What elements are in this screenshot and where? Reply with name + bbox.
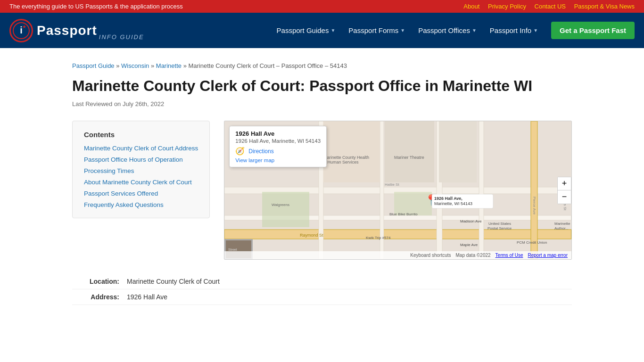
map-keyboard-shortcuts: Keyboard shortcuts: [410, 253, 451, 258]
logo-link[interactable]: i ★ Passport INFO GUIDE: [9, 19, 144, 42]
top-bar: The everything guide to US Passports & t…: [0, 0, 644, 13]
nav-item-forms[interactable]: Passport Forms ▼: [343, 23, 411, 38]
svg-text:& Human Services: & Human Services: [323, 160, 359, 165]
toc-link-address[interactable]: Marinette County Clerk of Court Address: [84, 145, 198, 152]
svg-text:Raymond St: Raymond St: [300, 233, 323, 238]
last-reviewed: Last Reviewed on July 26th, 2022: [72, 100, 572, 107]
svg-rect-16: [262, 192, 309, 227]
map-zoom-controls: + −: [557, 177, 571, 204]
logo-sub-text: INFO GUIDE: [99, 33, 144, 41]
page-title: Marinette County Clerk of Court: Passpor…: [72, 77, 572, 95]
top-link-privacy[interactable]: Privacy Policy: [488, 3, 526, 10]
top-bar-links: About Privacy Policy Contact US Passport…: [457, 3, 635, 10]
toc-list: Marinette County Clerk of Court Address …: [84, 144, 198, 208]
svg-text:PCM Credit Union: PCM Credit Union: [517, 240, 547, 245]
svg-rect-11: [531, 121, 537, 259]
toc-link-about[interactable]: About Marinette County Clerk of Court: [84, 179, 192, 186]
breadcrumb-link-guide[interactable]: Passport Guide: [72, 62, 115, 69]
svg-rect-13: [385, 121, 434, 182]
svg-text:United States: United States: [488, 222, 511, 226]
svg-text:Kwik Trip #574: Kwik Trip #574: [366, 236, 391, 240]
nav-bar: i ★ Passport INFO GUIDE Passport Guides …: [0, 13, 644, 48]
chevron-down-icon: ▼: [400, 28, 405, 33]
top-link-about[interactable]: About: [463, 3, 479, 10]
list-item: Processing Times: [84, 167, 198, 174]
info-label-address: Address:: [72, 293, 119, 301]
map-report-link[interactable]: Report a map error: [528, 253, 568, 258]
map-popup: 1926 Hall Ave 1926 Hall Ave, Marinette, …: [229, 126, 327, 167]
svg-text:Marinette Hous: Marinette Hous: [554, 222, 571, 226]
svg-rect-10: [479, 121, 484, 259]
svg-text:Hattie St: Hattie St: [385, 182, 399, 187]
info-value-location: Marinette County Clerk of Court: [127, 278, 220, 285]
top-link-news[interactable]: Passport & Visa News: [574, 3, 635, 10]
list-item: Passport Services Offered: [84, 189, 198, 197]
map-placeholder: Marinette County Health & Human Services…: [224, 121, 571, 259]
directions-link[interactable]: Directions: [248, 148, 273, 155]
map-zoom-in-button[interactable]: +: [558, 177, 571, 190]
info-label-location: Location:: [72, 278, 119, 285]
logo-icon: i ★: [9, 19, 33, 42]
svg-rect-6: [224, 230, 571, 239]
breadcrumb-link-wisconsin[interactable]: Wisconsin: [121, 62, 149, 69]
svg-rect-14: [439, 121, 477, 182]
map-popup-address: 1926 Hall Ave, Marinette, WI 54143: [235, 138, 321, 144]
breadcrumb: Passport Guide » Wisconsin » Marinette »…: [72, 62, 572, 69]
content-row: Contents Marinette County Clerk of Court…: [72, 121, 572, 260]
svg-text:Street: Street: [228, 248, 237, 251]
svg-rect-12: [323, 121, 380, 182]
toc-link-faq[interactable]: Frequently Asked Questions: [84, 201, 164, 208]
chevron-down-icon: ▼: [533, 28, 538, 33]
svg-text:Maple Ave: Maple Ave: [460, 243, 478, 247]
nav-cta-button[interactable]: Get a Passport Fast: [551, 22, 635, 39]
map-bottom-bar: Keyboard shortcuts Map data ©2022 Terms …: [224, 251, 571, 259]
map-zoom-out-button[interactable]: −: [558, 190, 571, 204]
svg-text:★: ★: [22, 24, 26, 29]
nav-item-info[interactable]: Passport Info ▼: [484, 23, 544, 38]
list-item: Frequently Asked Questions: [84, 201, 198, 208]
svg-text:Walgreens: Walgreens: [272, 203, 289, 207]
toc-link-services[interactable]: Passport Services Offered: [84, 190, 158, 197]
toc-link-hours[interactable]: Passport Office Hours of Operation: [84, 156, 183, 163]
nav-item-guides[interactable]: Passport Guides ▼: [271, 23, 341, 38]
directions-icon: 🧭: [235, 147, 245, 156]
map-data-label: Map data ©2022: [456, 253, 491, 258]
svg-text:Madison Ave: Madison Ave: [460, 219, 482, 223]
info-row-address: Address: 1926 Hall Ave: [72, 289, 572, 305]
info-value-address: 1926 Hall Ave: [127, 293, 167, 301]
info-section: Location: Marinette County Clerk of Cour…: [72, 274, 572, 305]
map-popup-title: 1926 Hall Ave: [235, 130, 321, 137]
svg-text:Pierce Ave: Pierce Ave: [532, 197, 537, 215]
list-item: Marinette County Clerk of Court Address: [84, 144, 198, 152]
main-content: Passport Guide » Wisconsin » Marinette »…: [63, 48, 581, 324]
svg-text:Marinette, WI 54143: Marinette, WI 54143: [434, 201, 472, 206]
list-item: About Marinette County Clerk of Court: [84, 178, 198, 186]
toc-title: Contents: [84, 131, 198, 139]
svg-text:1926 Hall Ave,: 1926 Hall Ave,: [434, 196, 462, 201]
info-row-location: Location: Marinette County Clerk of Cour…: [72, 274, 572, 289]
map-container[interactable]: Marinette County Health & Human Services…: [224, 121, 572, 260]
svg-text:Mariner Theatre: Mariner Theatre: [394, 155, 424, 160]
top-link-contact[interactable]: Contact US: [535, 3, 566, 10]
nav-item-offices[interactable]: Passport Offices ▼: [413, 23, 482, 38]
svg-text:Blue Bike Burrito: Blue Bike Burrito: [389, 212, 418, 216]
svg-text:Marinette County Health: Marinette County Health: [323, 155, 369, 160]
toc-link-processing[interactable]: Processing Times: [84, 167, 134, 174]
logo-text: Passport: [37, 23, 97, 38]
list-item: Passport Office Hours of Operation: [84, 156, 198, 163]
chevron-down-icon: ▼: [472, 28, 477, 33]
nav-links: Passport Guides ▼ Passport Forms ▼ Passp…: [271, 22, 635, 39]
top-bar-tagline: The everything guide to US Passports & t…: [9, 3, 183, 10]
svg-text:Author...: Author...: [554, 226, 569, 230]
breadcrumb-link-marinette[interactable]: Marinette: [156, 62, 182, 69]
svg-text:Postal Service: Postal Service: [487, 226, 512, 230]
toc-box: Contents Marinette County Clerk of Court…: [72, 121, 210, 218]
chevron-down-icon: ▼: [330, 28, 335, 33]
larger-map-link[interactable]: View larger map: [235, 157, 321, 163]
map-terms-link[interactable]: Terms of Use: [495, 253, 523, 258]
